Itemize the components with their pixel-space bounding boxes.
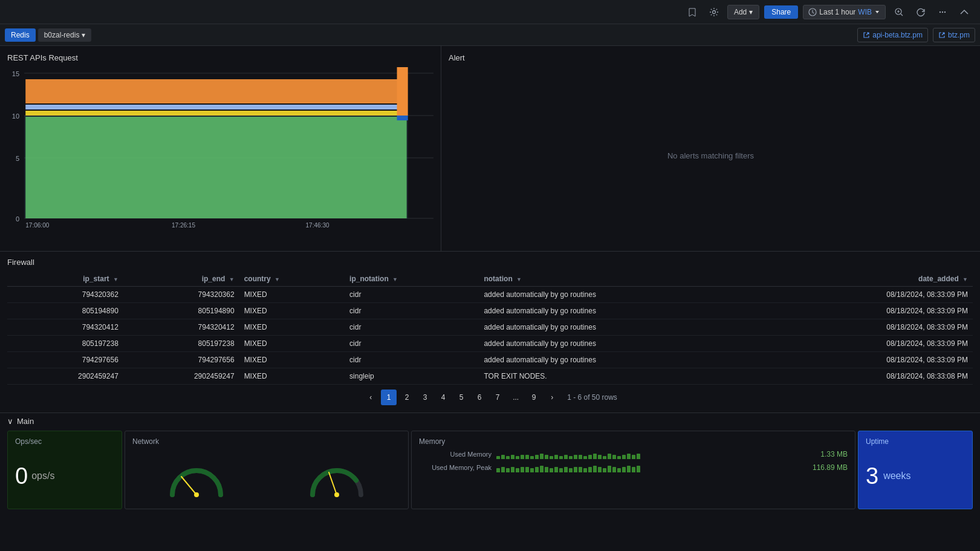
top-row: REST APIs Request 15 10 5 0	[0, 46, 980, 252]
chart-svg: 15 10 5 0	[7, 67, 433, 230]
memory-panel: Memory Used Memory 1.33 MB Used Memory, …	[411, 431, 855, 509]
main-content: REST APIs Request 15 10 5 0	[0, 46, 980, 551]
cell-country: MIXED	[239, 287, 345, 303]
ext-link-api[interactable]: api-beta.btz.pm	[857, 28, 928, 42]
network-label: Network	[132, 437, 401, 446]
chart-area: 15 10 5 0	[7, 67, 433, 230]
col-notation[interactable]: notation ▼	[479, 272, 761, 287]
ext-link-btz-label: btz.pm	[948, 31, 970, 39]
page-4-button[interactable]: 4	[435, 390, 451, 405]
col-ip-end[interactable]: ip_end ▼	[123, 272, 239, 287]
mini-bar	[588, 467, 592, 472]
share-label: Share	[771, 8, 791, 16]
ops-label: Ops/sec	[15, 437, 114, 446]
ops-value: 0	[15, 463, 28, 489]
svg-text:5: 5	[16, 155, 19, 162]
topbar: Add ▾ Share Last 1 hour WIB	[0, 0, 980, 24]
col-country[interactable]: country ▼	[239, 272, 345, 287]
col-ip-notation[interactable]: ip_notation ▼	[345, 272, 479, 287]
svg-point-0	[712, 10, 715, 13]
mini-bar	[550, 456, 553, 459]
cell-ip-end: 794297656	[123, 352, 239, 368]
page-5-button[interactable]: 5	[453, 390, 469, 405]
mini-bar	[535, 467, 539, 472]
table-row: 805194890 805194890 MIXED cidr added aut…	[7, 303, 973, 319]
main-collapse-header[interactable]: ∨ Main	[7, 417, 973, 426]
mini-bar	[588, 455, 592, 459]
settings-icon[interactable]	[706, 4, 722, 21]
prev-page-button[interactable]: ‹	[363, 390, 378, 405]
tab-dashboard-chevron-icon: ▾	[82, 31, 85, 39]
zoom-in-icon[interactable]	[891, 4, 907, 21]
clock-icon	[808, 8, 817, 16]
svg-text:0: 0	[16, 215, 19, 223]
time-chevron-icon	[874, 9, 880, 15]
used-memory-peak-label: Used Memory, Peak	[419, 464, 492, 471]
svg-text:17:26:15: 17:26:15	[172, 222, 196, 229]
alert-panel: Alert No alerts matching filters	[441, 46, 980, 251]
page-9-button[interactable]: 9	[526, 390, 542, 405]
time-range-label: Last 1 hour	[819, 8, 855, 16]
mini-bar	[506, 456, 510, 459]
mini-bar	[579, 455, 582, 459]
refresh-icon[interactable]	[912, 4, 929, 21]
mini-bar	[530, 456, 534, 459]
mini-bar	[559, 468, 563, 472]
page-3-button[interactable]: 3	[417, 390, 433, 405]
page-ellipsis: ...	[508, 390, 524, 405]
mini-bar	[559, 456, 563, 459]
page-7-button[interactable]: 7	[490, 390, 505, 405]
used-memory-minibars	[496, 449, 800, 459]
next-page-button[interactable]: ›	[544, 390, 560, 405]
firewall-table: ip_start ▼ ip_end ▼ country ▼ ip_notatio…	[7, 272, 973, 385]
mini-bar	[569, 468, 573, 472]
cell-date-added: 08/18/2024, 08:33:09 PM	[761, 336, 973, 352]
mini-bar	[521, 467, 524, 472]
cell-notation: added automatically by go routines	[479, 352, 761, 368]
page-6-button[interactable]: 6	[472, 390, 487, 405]
cell-notation: TOR EXIT NODES.	[479, 368, 761, 385]
mini-bar	[583, 456, 587, 459]
mini-bar	[545, 455, 548, 459]
table-row: 805197238 805197238 MIXED cidr added aut…	[7, 336, 973, 352]
gauge-1-svg	[163, 449, 230, 504]
more-icon[interactable]	[934, 4, 951, 21]
mini-bar	[574, 455, 577, 459]
cell-ip-notation: cidr	[345, 303, 479, 319]
mini-bar	[603, 468, 606, 472]
col-ip-start[interactable]: ip_start ▼	[7, 272, 123, 287]
cell-date-added: 08/18/2024, 08:33:09 PM	[761, 352, 973, 368]
table-row: 794297656 794297656 MIXED cidr added aut…	[7, 352, 973, 368]
mini-bar	[632, 467, 635, 472]
main-section: ∨ Main Ops/sec 0 ops/s Network	[0, 413, 980, 512]
used-memory-label: Used Memory	[419, 451, 492, 458]
page-1-button[interactable]: 1	[381, 390, 397, 405]
time-range-picker[interactable]: Last 1 hour WIB	[803, 5, 886, 19]
mini-bar	[617, 456, 621, 459]
cell-country: MIXED	[239, 352, 345, 368]
tab-redis[interactable]: Redis	[5, 28, 36, 42]
tab-dashboard-label: b0zal-redis	[44, 31, 80, 39]
svg-text:10: 10	[12, 112, 19, 120]
svg-rect-18	[25, 79, 406, 103]
bookmark-icon[interactable]	[684, 4, 701, 21]
mini-bar	[608, 466, 611, 472]
used-memory-peak-minibars	[496, 463, 800, 472]
ops-unit: ops/s	[31, 471, 54, 481]
share-button[interactable]: Share	[764, 5, 798, 19]
col-date-added[interactable]: date_added ▼	[761, 272, 973, 287]
tabs-bar: Redis b0zal-redis ▾ api-beta.btz.pm btz.…	[0, 24, 980, 46]
mini-bar	[617, 468, 621, 472]
rest-apis-title: REST APIs Request	[7, 53, 433, 62]
add-label: Add	[734, 8, 747, 16]
cell-date-added: 08/18/2024, 08:33:09 PM	[761, 287, 973, 303]
cell-date-added: 08/18/2024, 08:33:09 PM	[761, 319, 973, 336]
page-2-button[interactable]: 2	[399, 390, 415, 405]
mini-bar	[569, 456, 573, 459]
collapse-icon[interactable]	[956, 4, 973, 21]
uptime-value-container: 3 weeks	[866, 449, 965, 503]
tab-redis-label: Redis	[11, 31, 30, 39]
add-button[interactable]: Add ▾	[727, 5, 759, 19]
tab-dashboard[interactable]: b0zal-redis ▾	[38, 28, 92, 42]
ext-link-btz[interactable]: btz.pm	[933, 28, 975, 42]
